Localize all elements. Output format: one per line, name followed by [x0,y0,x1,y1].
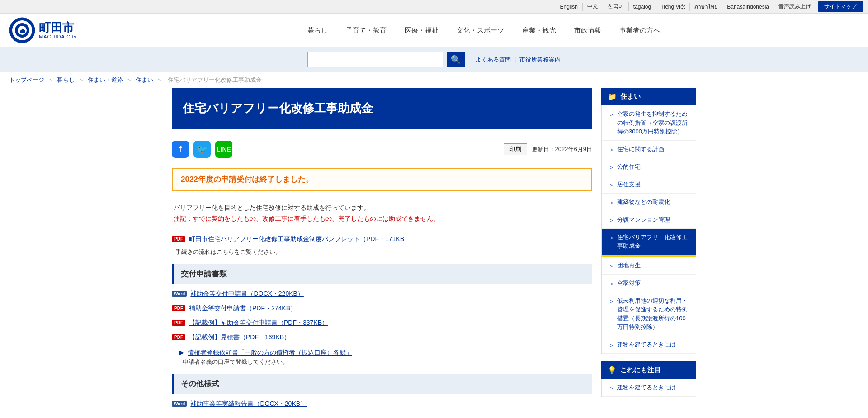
folder-icon: 📁 [608,92,617,101]
arrow-icon-11: ＞ [609,341,614,349]
sidebar-item-5[interactable]: ＞ 建築物などの耐震化 [602,194,696,211]
sidebar-item-6[interactable]: ＞ 分譲マンション管理 [602,211,696,229]
breadcrumb-arrow4: ＞ [156,76,164,83]
nav-iryo[interactable]: 医療・福祉 [396,23,448,38]
line-icon: LINE [217,146,231,153]
breadcrumb-arrow3: ＞ [126,76,134,83]
sidebar-link-3[interactable]: 公的住宅 [617,162,641,171]
word-link-1[interactable]: 補助金等交付申請書（DOCX・220KB） [190,290,303,298]
faq-link[interactable]: よくある質問 [476,56,511,64]
breadcrumb-sumai-doro[interactable]: 住まい・道路 [88,76,123,83]
facebook-share-button[interactable]: f [172,141,189,158]
search-button[interactable]: 🔍 [447,52,465,67]
audio-button[interactable]: 音声読み上げ [774,2,816,11]
nav-jigyosha[interactable]: 事業者の方へ [610,23,669,38]
pdf-link-row-3: PDF 【記載例】補助金等交付申請書（PDF・337KB） [172,317,592,329]
twitter-share-button[interactable]: 🐦 [193,141,211,158]
arrow-icon-1: ＞ [609,110,614,119]
pdf-link-2[interactable]: 補助金等交付申請書（PDF・274KB） [189,304,297,313]
lang-english[interactable]: English [555,3,582,11]
sub-link-arrow: ▶ [179,349,184,356]
arrow-icon-6: ＞ [609,216,614,224]
sidebar-link-5[interactable]: 建築物などの耐震化 [617,198,670,207]
sidebar-link-2[interactable]: 住宅に関する計画 [617,145,664,154]
sitemap-button[interactable]: サイトマップ [818,1,863,12]
language-bar: English 中文 한국어 tagalog Tiếng Việt ภาษาไท… [0,0,868,14]
lang-korean[interactable]: 한국어 [603,2,629,11]
breadcrumb-top[interactable]: トップページ [9,76,44,83]
word-link-2[interactable]: 補助事業等実績報告書（DOCX・20KB） [190,400,307,408]
pdf-link-1[interactable]: 町田市住宅バリアフリー化改修工事助成金制度パンフレット（PDF・171KB） [189,235,410,243]
svg-text:🏙: 🏙 [20,28,25,33]
nav-kurashi[interactable]: 暮らし [298,23,337,38]
pdf-link-4[interactable]: 【記載例】見積書（PDF・169KB） [189,333,290,342]
arrow-icon-7: ＞ [609,234,614,242]
pdf-link-3[interactable]: 【記載例】補助金等交付申請書（PDF・337KB） [189,319,328,327]
city-logo-icon: 🏙 [9,17,35,43]
breadcrumb-sumai[interactable]: 住まい [136,76,153,83]
arrow-icon-8: ＞ [609,262,614,270]
word-badge-2: Word [172,401,187,407]
nav-kosodate[interactable]: 子育て・教育 [337,23,396,38]
lang-tagalog[interactable]: tagalog [629,3,656,11]
print-area: 印刷 更新日：2022年6月9日 [504,143,592,155]
search-bar: 🔍 よくある質問 | 市役所業務案内 [0,48,868,72]
sidebar-item-s2-1[interactable]: ＞ 建物を建てるときには [602,379,696,397]
sidebar-link-11[interactable]: 建物を建てるときには [617,340,676,349]
sidebar-section-title: 📁 住まい [601,88,696,105]
breadcrumb-kurashi[interactable]: 暮らし [57,76,75,83]
pdf-link-row-4: PDF 【記載例】見積書（PDF・169KB） [172,332,592,343]
lang-indonesian[interactable]: BahasaIndonesia [722,3,774,11]
header: 🏙 町田市 MACHIDA City 暮らし 子育て・教育 医療・福祉 文化・ス… [0,14,868,48]
sub-note-1: 申請者名義の口座で登録してください。 [183,358,592,366]
sidebar-link-s2-1[interactable]: 建物を建てるときには [617,383,676,392]
description-warning: 注記：すでに契約をしたもの、改修工事に着手したもの、完了したものには助成できませ… [174,214,590,224]
sidebar-section-label: 住まい [620,92,641,101]
sub-link-1[interactable]: 債権者登録依頼書「一般の方の債権者（振込口座）各録」 [188,349,352,357]
pdf-note-1: 手続きの流れはこちらをご覧ください。 [175,248,592,256]
arrow-icon-2: ＞ [609,146,614,154]
nav-bunka[interactable]: 文化・スポーツ [448,23,513,38]
lang-chinese[interactable]: 中文 [583,2,603,11]
sidebar: 📁 住まい ＞ 空家の発生を抑制するための特例措置（空家の譲渡所得の3000万円… [601,88,696,413]
sidebar-link-9[interactable]: 空家対策 [617,279,641,288]
sidebar-link-6[interactable]: 分譲マンション管理 [617,215,670,224]
sidebar-link-4[interactable]: 居住支援 [617,180,641,189]
divider: | [514,56,516,63]
line-share-button[interactable]: LINE [215,141,232,158]
sidebar-link-1[interactable]: 空家の発生を抑制するための特例措置（空家の譲渡所得の3000万円特別控除） [617,109,690,136]
sidebar-item-3[interactable]: ＞ 公的住宅 [602,158,696,176]
sidebar-item-1[interactable]: ＞ 空家の発生を抑制するための特例措置（空家の譲渡所得の3000万円特別控除） [602,105,696,141]
breadcrumb-current: 住宅バリアフリー化改修工事助成金 [168,76,262,83]
sidebar-item-8[interactable]: ＞ 団地再生 [602,257,696,275]
office-hours-link[interactable]: 市役所業務案内 [519,56,561,64]
nav-sangyo[interactable]: 産業・観光 [513,23,565,38]
lang-thai[interactable]: ภาษาไทย [690,1,722,12]
sidebar-item-2[interactable]: ＞ 住宅に関する計画 [602,141,696,158]
update-date: 更新日：2022年6月9日 [532,145,592,153]
pdf-link-row-2: PDF 補助金等交付申請書（PDF・274KB） [172,303,592,314]
sidebar-item-4[interactable]: ＞ 居住支援 [602,176,696,194]
word-link-row-2: Word 補助事業等実績報告書（DOCX・20KB） [172,398,592,410]
print-button[interactable]: 印刷 [504,143,527,155]
notice-box: 2022年度の申請受付は終了しました。 [172,168,592,191]
sidebar-item-10[interactable]: ＞ 低未利用地の適切な利用・管理を促進するための特例措置（長期譲渡所得の100万… [602,292,696,336]
breadcrumb: トップページ ＞ 暮らし ＞ 住まい・道路 ＞ 住まい ＞ 住宅バリアフリー化改… [0,72,868,88]
main-column: 住宅バリアフリー化改修工事助成金 f 🐦 LINE 印刷 更新日：2022年6月… [172,88,592,413]
bulb-icon: 💡 [608,366,617,375]
search-input[interactable] [307,52,443,67]
sidebar-link-10[interactable]: 低未利用地の適切な利用・管理を促進するための特例措置（長期譲渡所得の100万円特… [617,296,690,332]
city-name-en: MACHIDA City [39,34,77,39]
sidebar-item-7-active[interactable]: ＞ 住宅バリアフリー化改修工事助成金 [602,229,696,255]
sidebar-item-11[interactable]: ＞ 建物を建てるときには [602,336,696,354]
nav-shisei[interactable]: 市政情報 [565,23,610,38]
section-header-2: その他様式 [172,374,592,394]
section-header-1: 交付申請書類 [172,264,592,284]
lang-vietnamese[interactable]: Tiếng Việt [656,3,690,11]
description: バリアフリー化を目的とした住宅改修に対する助成を行っています。 注記：すでに契約… [172,198,592,229]
sidebar-item-9[interactable]: ＞ 空家対策 [602,275,696,292]
sidebar-link-8[interactable]: 団地再生 [617,261,641,270]
sidebar-section2-title: 💡 これにも注目 [601,361,696,379]
word-link-row-1: Word 補助金等交付申請書（DOCX・220KB） [172,288,592,300]
search-links: よくある質問 | 市役所業務案内 [476,56,561,64]
